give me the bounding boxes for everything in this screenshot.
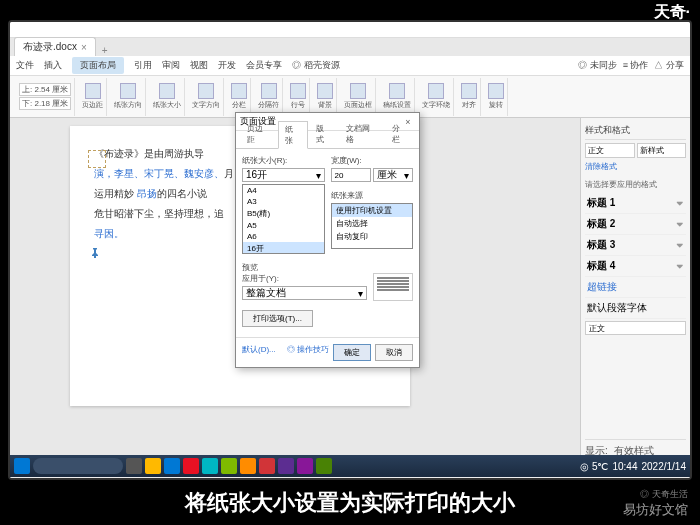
width-input[interactable]: 20 xyxy=(331,168,371,182)
text-direction-icon xyxy=(198,83,214,99)
dialog-tabs: 页边距 纸张 版式 文档网格 分栏 xyxy=(236,131,419,149)
new-tab-button[interactable]: + xyxy=(96,45,114,56)
close-icon[interactable]: × xyxy=(81,42,87,53)
window-topbar xyxy=(10,22,690,38)
source-option[interactable]: 自动复印 xyxy=(332,230,413,243)
pin-icon[interactable] xyxy=(90,248,100,258)
style-hyperlink[interactable]: 超链接 xyxy=(585,277,686,298)
size-option[interactable]: A3 xyxy=(243,196,324,207)
ribbon-breaks[interactable]: 分隔符 xyxy=(255,78,283,116)
size-option[interactable]: 16开 xyxy=(243,242,324,254)
menu-insert[interactable]: 插入 xyxy=(44,59,62,72)
align-icon xyxy=(461,83,477,99)
tab-paper[interactable]: 纸张 xyxy=(278,121,308,149)
size-option[interactable]: A4 xyxy=(243,185,324,196)
app-icon[interactable] xyxy=(164,458,180,474)
new-style-button[interactable]: 新样式 xyxy=(637,143,687,158)
menu-resources[interactable]: ◎ 稻壳资源 xyxy=(292,59,340,72)
columns-icon xyxy=(231,83,247,99)
chevron-down-icon: ⏷ xyxy=(676,199,684,208)
dialog-footer: 默认(D)... ◎ 操作技巧 确定 取消 xyxy=(236,337,419,367)
apply-to-select[interactable]: 整篇文档▾ xyxy=(242,286,367,300)
app-icon[interactable] xyxy=(221,458,237,474)
paper-source-list[interactable]: 使用打印机设置 自动选择 自动复印 xyxy=(331,203,414,249)
app-icon[interactable] xyxy=(202,458,218,474)
size-option[interactable]: A5 xyxy=(243,220,324,231)
wrap-icon xyxy=(428,83,444,99)
menu-review[interactable]: 审阅 xyxy=(162,59,180,72)
tips-link[interactable]: ◎ 操作技巧 xyxy=(287,344,329,361)
style-heading1[interactable]: 标题 1⏷ xyxy=(585,193,686,214)
ribbon-text-dir[interactable]: 文字方向 xyxy=(189,78,224,116)
print-options-button[interactable]: 打印选项(T)... xyxy=(242,310,313,327)
ribbon-rotate[interactable]: 旋转 xyxy=(485,78,508,116)
style-default-font[interactable]: 默认段落字体 xyxy=(585,298,686,319)
app-icon[interactable] xyxy=(259,458,275,474)
ribbon-columns[interactable]: 分栏 xyxy=(228,78,251,116)
ribbon-border[interactable]: 页面边框 xyxy=(341,78,376,116)
source-option[interactable]: 自动选择 xyxy=(332,217,413,230)
preview-thumbnail xyxy=(373,273,413,301)
app-icon[interactable] xyxy=(145,458,161,474)
menu-page-layout[interactable]: 页面布局 xyxy=(72,57,124,74)
paper-size-select[interactable]: 16开▾ xyxy=(242,168,325,182)
ribbon-margins-values: 上: 2.54 厘米 下: 2.18 厘米 xyxy=(16,78,75,116)
current-style-select[interactable]: 正文 xyxy=(585,143,635,158)
tab-grid[interactable]: 文档网格 xyxy=(339,120,384,148)
chevron-down-icon: ⏷ xyxy=(676,262,684,271)
body-style-box[interactable]: 正文 xyxy=(585,321,686,335)
app-icon[interactable] xyxy=(183,458,199,474)
menu-right-group: ◎ 未同步 ≡ 协作 △ 分享 xyxy=(578,59,684,72)
margin-bottom-input[interactable]: 下: 2.18 厘米 xyxy=(19,97,71,110)
app-icon[interactable] xyxy=(278,458,294,474)
start-icon[interactable] xyxy=(14,458,30,474)
share-button[interactable]: △ 分享 xyxy=(654,59,684,72)
sync-status[interactable]: ◎ 未同步 xyxy=(578,59,617,72)
chevron-down-icon: ▾ xyxy=(404,170,409,181)
size-option[interactable]: B5(精) xyxy=(243,207,324,220)
size-option[interactable]: A6 xyxy=(243,231,324,242)
menu-file[interactable]: 文件 xyxy=(16,59,34,72)
default-button[interactable]: 默认(D)... xyxy=(242,344,276,361)
app-icon[interactable] xyxy=(316,458,332,474)
apply-to-label: 应用于(Y): xyxy=(242,273,367,284)
ribbon-margins[interactable]: 页边距 xyxy=(79,78,107,116)
ribbon-line-numbers[interactable]: 行号 xyxy=(287,78,310,116)
ribbon-paper-size[interactable]: 纸张大小 xyxy=(150,78,185,116)
tab-columns[interactable]: 分栏 xyxy=(385,120,415,148)
taskbar-search[interactable] xyxy=(33,458,123,474)
source-option[interactable]: 使用打印机设置 xyxy=(332,204,413,217)
style-heading3[interactable]: 标题 3⏷ xyxy=(585,235,686,256)
document-tab[interactable]: 布迹录.docx × xyxy=(14,37,96,56)
unit-select[interactable]: 厘米▾ xyxy=(373,168,413,182)
style-heading2[interactable]: 标题 2⏷ xyxy=(585,214,686,235)
panel-title: 样式和格式 xyxy=(585,122,686,140)
manuscript-icon xyxy=(389,83,405,99)
app-icon[interactable] xyxy=(240,458,256,474)
margin-top-input[interactable]: 上: 2.54 厘米 xyxy=(19,83,71,96)
menu-view[interactable]: 视图 xyxy=(190,59,208,72)
ribbon-wrap[interactable]: 文字环绕 xyxy=(419,78,454,116)
clock-time[interactable]: 10:44 xyxy=(612,461,637,472)
menu-references[interactable]: 引用 xyxy=(134,59,152,72)
weather-widget[interactable]: ◎ 5℃ xyxy=(580,461,608,472)
clear-format-link[interactable]: 清除格式 xyxy=(585,161,686,172)
style-list: 标题 1⏷ 标题 2⏷ 标题 3⏷ 标题 4⏷ 超链接 默认段落字体 正文 xyxy=(585,193,686,335)
ribbon-align[interactable]: 对齐 xyxy=(458,78,481,116)
paper-size-dropdown[interactable]: A4 A3 B5(精) A5 A6 16开 大16开 A32开 xyxy=(242,184,325,254)
monitor-frame: 布迹录.docx × + 文件 插入 页面布局 引用 审阅 视图 开发 会员专享… xyxy=(8,20,692,480)
collab-button[interactable]: ≡ 协作 xyxy=(623,59,649,72)
style-heading4[interactable]: 标题 4⏷ xyxy=(585,256,686,277)
tab-margins[interactable]: 页边距 xyxy=(240,120,277,148)
menu-bar: 文件 插入 页面布局 引用 审阅 视图 开发 会员专享 ◎ 稻壳资源 ◎ 未同步… xyxy=(10,56,690,76)
ribbon-background[interactable]: 背景 xyxy=(314,78,337,116)
task-view-icon[interactable] xyxy=(126,458,142,474)
ribbon-manuscript[interactable]: 稿纸设置 xyxy=(380,78,415,116)
cancel-button[interactable]: 取消 xyxy=(375,344,413,361)
ribbon-orientation[interactable]: 纸张方向 xyxy=(111,78,146,116)
menu-vip[interactable]: 会员专享 xyxy=(246,59,282,72)
app-icon[interactable] xyxy=(297,458,313,474)
menu-dev[interactable]: 开发 xyxy=(218,59,236,72)
tab-layout[interactable]: 版式 xyxy=(309,120,339,148)
ok-button[interactable]: 确定 xyxy=(333,344,371,361)
